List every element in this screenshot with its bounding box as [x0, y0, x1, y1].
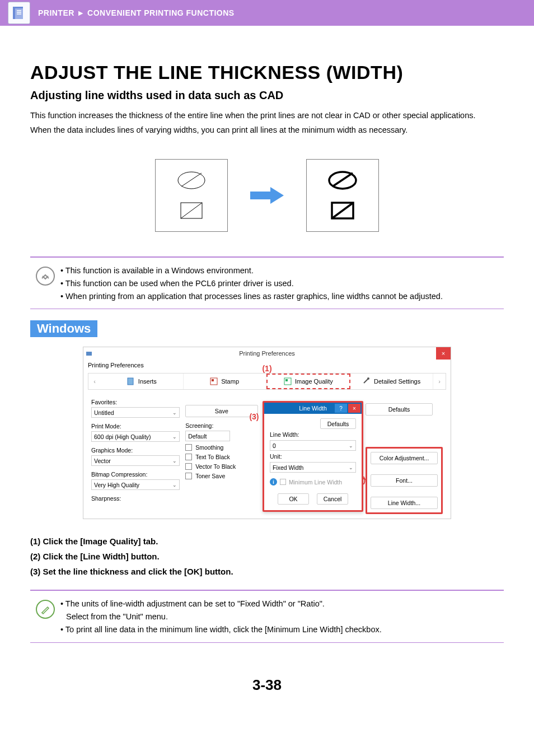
screening-label: Screening: — [185, 422, 257, 429]
graphics-mode-label: Graphics Mode: — [91, 447, 180, 454]
favorites-label: Favorites: — [91, 399, 180, 405]
minimum-line-width-checkbox[interactable]: i Minimum Line Width — [270, 478, 356, 486]
breadcrumb: PRINTER ► CONVENIENT PRINTING FUNCTIONS — [38, 8, 235, 17]
favorites-select[interactable]: Untitled⌄ — [91, 407, 180, 418]
chevron-down-icon: ⌄ — [172, 458, 177, 464]
toner-save-checkbox[interactable]: Toner Save — [185, 473, 257, 479]
svg-rect-14 — [86, 352, 92, 356]
cancel-button[interactable]: Cancel — [317, 493, 348, 505]
arrow-right-icon — [250, 186, 284, 205]
chevron-down-icon: ⌄ — [349, 465, 353, 470]
chevron-down-icon: ⌄ — [349, 443, 353, 449]
tab-detailed-settings[interactable]: Detailed Settings — [350, 374, 433, 389]
step-list: (1) Click the [Image Quality] tab. (2) C… — [30, 536, 504, 576]
bitmap-compression-select[interactable]: Very High Quality⌄ — [91, 479, 180, 490]
note-item: • When printing from an application that… — [60, 290, 443, 303]
chevron-down-icon: ⌄ — [172, 482, 177, 488]
svg-line-6 — [181, 173, 202, 186]
breadcrumb-subsection: CONVENIENT PRINTING FUNCTIONS — [87, 8, 235, 17]
tab-strip: ‹ Inserts Stamp Image Quality — [88, 373, 446, 390]
breadcrumb-arrow-icon: ► — [77, 8, 85, 17]
ok-button[interactable]: OK — [278, 493, 309, 505]
top-notes: • This function is available in a Window… — [30, 263, 504, 304]
save-button[interactable]: Save — [185, 405, 257, 417]
popup-titlebar: Line Width ? × — [264, 403, 362, 414]
smoothing-checkbox[interactable]: Smoothing — [185, 444, 257, 451]
note-item: • This function is available in a Window… — [60, 264, 443, 277]
svg-rect-19 — [285, 379, 288, 381]
inserts-icon — [127, 377, 135, 385]
page-subtitle: Adjusting line widths used in data such … — [30, 89, 504, 102]
popup-line-width-select[interactable]: 0⌄ — [270, 440, 356, 451]
prohibit-note-icon — [36, 267, 55, 286]
line-thickness-diagram — [30, 159, 504, 232]
font-button[interactable]: Font... — [371, 474, 438, 487]
divider — [30, 309, 504, 309]
step-3: (3) Set the line thickness and click the… — [30, 567, 504, 576]
svg-line-8 — [181, 203, 202, 218]
window-titlebar: Printing Preferences × — [83, 347, 451, 360]
svg-point-20 — [367, 377, 369, 380]
printing-preferences-window: Printing Preferences × Printing Preferen… — [83, 347, 451, 519]
tab-image-quality[interactable]: Image Quality — [266, 374, 351, 389]
step-1: (1) Click the [Image Quality] tab. — [30, 536, 504, 546]
intro-paragraph-2: When the data includes lines of varying … — [30, 124, 504, 137]
tabs-next-icon[interactable]: › — [433, 374, 446, 389]
tabs-prev-icon[interactable]: ‹ — [88, 374, 101, 389]
printer-section-icon — [8, 2, 30, 24]
chevron-down-icon: ⌄ — [172, 410, 177, 416]
highlighted-right-buttons: Color Adjustment... (2) Font... Line Wid… — [366, 447, 443, 514]
svg-line-11 — [332, 173, 353, 186]
breadcrumb-section: PRINTER — [38, 8, 74, 17]
stamp-icon — [210, 377, 218, 385]
image-quality-icon — [284, 377, 292, 385]
divider — [30, 590, 504, 591]
tab-inserts[interactable]: Inserts — [101, 374, 184, 389]
popup-unit-select[interactable]: Fixed Width⌄ — [270, 462, 356, 473]
window-title-text: Printing Preferences — [239, 350, 295, 357]
page-number: 3-38 — [30, 676, 504, 694]
sharpness-label: Sharpness: — [91, 495, 180, 502]
svg-line-13 — [332, 203, 353, 218]
diagram-after — [306, 159, 379, 232]
color-adjustment-button[interactable]: Color Adjustment... — [371, 452, 438, 464]
vector-to-black-checkbox[interactable]: Vector To Black — [185, 463, 257, 470]
note-item: • The units of line-width adjustment can… — [60, 598, 382, 610]
print-mode-label: Print Mode: — [91, 423, 180, 430]
popup-line-width-label: Line Width: — [270, 431, 356, 438]
defaults-button[interactable]: Defaults — [366, 403, 433, 416]
note-item: • To print all line data in the minimum … — [60, 623, 382, 636]
line-width-button[interactable]: Line Width... — [371, 497, 438, 509]
line-width-popup: Line Width ? × Defaults Line Width: 0⌄ U… — [263, 401, 363, 512]
popup-defaults-button[interactable]: Defaults — [320, 418, 356, 429]
print-mode-select[interactable]: 600 dpi (High Quality)⌄ — [91, 431, 180, 442]
note-item-continued: Select from the "Unit" menu. — [60, 610, 382, 623]
bottom-notes: • The units of line-width adjustment can… — [30, 596, 504, 637]
pencil-note-icon — [36, 600, 55, 619]
note-item: • This function can be used when the PCL… — [60, 277, 443, 290]
intro-paragraph-1: This function increases the thickness of… — [30, 110, 504, 122]
svg-line-22 — [41, 613, 42, 613]
page-header: PRINTER ► CONVENIENT PRINTING FUNCTIONS — [0, 0, 534, 26]
os-section-label: Windows — [30, 320, 97, 337]
popup-unit-label: Unit: — [270, 453, 356, 460]
diagram-before — [155, 159, 228, 232]
divider — [30, 642, 504, 643]
chevron-down-icon: ⌄ — [172, 434, 177, 440]
divider — [30, 256, 504, 258]
svg-marker-9 — [250, 187, 284, 204]
step-2: (2) Click the [Line Width] button. — [30, 552, 504, 561]
tab-stamp[interactable]: Stamp — [184, 374, 266, 389]
page-title: ADJUST THE LINE THICKNESS (WIDTH) — [30, 62, 504, 83]
text-to-black-checkbox[interactable]: Text To Black — [185, 454, 257, 460]
close-icon[interactable]: × — [436, 347, 451, 360]
svg-rect-15 — [128, 378, 133, 385]
info-icon: i — [270, 478, 277, 486]
callout-3: (3) — [249, 412, 259, 421]
detailed-settings-icon — [363, 377, 371, 385]
window-icon — [86, 350, 92, 357]
popup-title-text: Line Width — [264, 405, 362, 412]
screening-select[interactable]: Default — [185, 431, 230, 441]
graphics-mode-select[interactable]: Vector⌄ — [91, 455, 180, 466]
bitmap-compression-label: Bitmap Compression: — [91, 471, 180, 478]
